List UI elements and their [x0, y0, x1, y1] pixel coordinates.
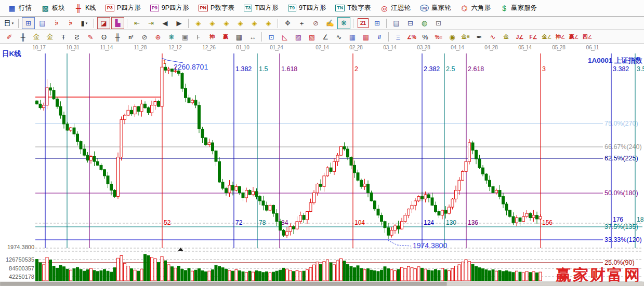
grid123-tool[interactable]: ▦	[233, 31, 245, 43]
volume-bar	[326, 260, 329, 281]
circle-cross-tool[interactable]: ⊕	[152, 31, 164, 43]
cycle-circle-tool[interactable]: Θ	[98, 31, 110, 43]
f-gauge-tool[interactable]: Ŧ	[57, 31, 70, 43]
j-angle-tool[interactable]: J∠	[514, 31, 526, 43]
grid-circle-tool[interactable]: ▣	[179, 31, 191, 43]
gann-day-label: 136	[468, 219, 478, 226]
spiral-tool[interactable]: Ƨ	[71, 31, 83, 43]
grid-blue-tool[interactable]: ▦	[346, 31, 359, 43]
volume-bar	[66, 269, 69, 281]
ying-tool[interactable]: 赢	[219, 31, 232, 43]
menu-t-table[interactable]: TNT数字表	[331, 3, 375, 13]
last-page-button[interactable]: ⇥	[144, 17, 157, 29]
menu-kline[interactable]: ╫K线	[70, 3, 101, 13]
menu-winner-wheel[interactable]: Big赢家轮	[415, 3, 456, 13]
n-squared-tool[interactable]: n²	[125, 31, 137, 43]
shen-angle-tool[interactable]: 神∠	[554, 31, 567, 43]
wave-tool[interactable]: ∿	[333, 31, 345, 43]
prev-bar-button[interactable]: ◀	[159, 17, 172, 29]
grid-red-tool[interactable]: ▦	[360, 31, 372, 43]
menu-gann-wheel[interactable]: ◎江恩轮	[375, 3, 415, 13]
annotate-tool-button[interactable]: ✍	[323, 17, 336, 29]
diamond-left-button[interactable]: ◈	[192, 17, 205, 29]
menu-9t-square[interactable]: T99T四方形	[283, 3, 331, 13]
diamond-all-button[interactable]: ◈	[262, 17, 275, 29]
volume-bar	[43, 265, 45, 281]
percent-tool[interactable]: %	[419, 31, 431, 43]
date-tick-label: 04-14	[451, 45, 464, 50]
volume-bar	[343, 261, 346, 281]
volume-bar	[63, 267, 65, 281]
notes-button[interactable]: ▤	[390, 17, 403, 29]
pattern-tool-button[interactable]: ❋	[337, 17, 350, 29]
volume-bar	[441, 268, 444, 281]
ruler2-tool[interactable]: ╫	[111, 31, 124, 43]
web-tool[interactable]: ❋	[165, 31, 178, 43]
f-angle-tool[interactable]: F∠	[527, 31, 540, 43]
brush-tool[interactable]: ✎	[84, 31, 97, 43]
menu-quotes[interactable]: ▦行情	[3, 3, 36, 13]
print-button[interactable]: ⊡	[432, 17, 445, 29]
diamond-horizontal-button[interactable]: ◈	[220, 17, 233, 29]
candle-style-dropdown[interactable]: ▮▼	[78, 17, 91, 29]
measure-tool[interactable]: ⊦	[192, 31, 205, 43]
count-tool[interactable]: Ξ	[392, 31, 404, 43]
ying-angle-tool[interactable]: 赢∠	[568, 31, 580, 43]
menu-sectors[interactable]: ▩板块	[36, 3, 70, 13]
gold-gauge-tool[interactable]: 金	[30, 31, 43, 43]
gold-gauge2-tool[interactable]: 金	[44, 31, 56, 43]
erase-line-button[interactable]: ⊘	[309, 17, 322, 29]
fan-box-red-tool[interactable]: ▧	[306, 31, 318, 43]
gold-angle-tool[interactable]: 金∠	[541, 31, 553, 43]
wave-channel-tool[interactable]: ∿	[487, 31, 499, 43]
ma9-button[interactable]: ⫶9	[64, 17, 77, 29]
fan-tool[interactable]: ◺	[279, 31, 291, 43]
volume-bar	[411, 268, 413, 281]
si-angle-tool[interactable]: 四∠	[581, 31, 594, 43]
menu-p-table[interactable]: PNP数字表	[194, 3, 239, 13]
gold-lines-tool[interactable]: 金≡	[459, 31, 472, 43]
menu-t-square[interactable]: T3T四方形	[239, 3, 283, 13]
pencil-tool[interactable]: ✐	[3, 31, 16, 43]
hand-tool-button[interactable]: ✥	[281, 17, 294, 29]
t9-badge-icon: T9	[288, 4, 297, 12]
profile-chart-button[interactable]: ▙	[111, 17, 124, 29]
chart-window-button[interactable]: ⊞	[22, 17, 35, 29]
menu-9p-square[interactable]: P99P四方形	[146, 3, 194, 13]
angle-percent-tool[interactable]: ∠%	[405, 31, 418, 43]
chart-area[interactable]: 10-1710-3111-1411-2812-1212-2601-1001-24…	[0, 44, 644, 286]
angle-lines-tool[interactable]: ∠	[319, 31, 332, 43]
first-page-button[interactable]: ⇤	[130, 17, 143, 29]
network-button[interactable]: ◍	[418, 17, 431, 29]
diamond-right-button[interactable]: ◈	[206, 17, 219, 29]
ruler-tool[interactable]: ╫	[17, 31, 29, 43]
calendar-button[interactable]: 21	[358, 18, 369, 28]
flag-pen-tool[interactable]: ✒	[473, 31, 485, 43]
ma3-button[interactable]: ⫶3	[50, 17, 63, 29]
horizontal-scrollbar-thumb[interactable]	[1, 282, 446, 285]
slash-lines-tool[interactable]: //	[373, 31, 386, 43]
percent-lines-tool[interactable]: %≡	[432, 31, 445, 43]
next-bar-button[interactable]: ▶	[173, 17, 186, 29]
gold-circle-tool[interactable]: ◉	[446, 31, 458, 43]
chart-svg[interactable]: 10-1710-3111-1411-2812-1212-2601-1001-24…	[0, 44, 644, 286]
menu-p-square[interactable]: P3P四方形	[101, 3, 146, 13]
crosshair-tool-button[interactable]: ＋	[295, 17, 308, 29]
diamond-cross-button[interactable]: ◈	[234, 17, 247, 29]
candle-body	[458, 180, 461, 190]
info-board-button[interactable]: ▤	[36, 17, 49, 29]
fan-box-purple-tool[interactable]: ▨	[292, 31, 305, 43]
gann-grid-button[interactable]: ◪	[97, 17, 110, 29]
gann-level-label: 33.33%(120)	[604, 236, 642, 243]
span-arrow-tool[interactable]: ↔	[246, 31, 259, 43]
save-button[interactable]: ⊟	[404, 17, 417, 29]
shen-tool[interactable]: 神	[206, 31, 218, 43]
gold-mark-tool[interactable]: 金	[500, 31, 512, 43]
split-angle-tool[interactable]: ⊘	[138, 31, 151, 43]
period-day-dropdown[interactable]: 日▼	[3, 17, 16, 29]
menu-winner-service[interactable]: $赢家服务	[495, 3, 542, 13]
box-tool[interactable]: ⊡	[265, 31, 278, 43]
calculator-button[interactable]: ⊞	[371, 17, 384, 29]
diamond-star-button[interactable]: ◈	[248, 17, 261, 29]
menu-hexagon[interactable]: ⌬六角形	[456, 3, 496, 13]
